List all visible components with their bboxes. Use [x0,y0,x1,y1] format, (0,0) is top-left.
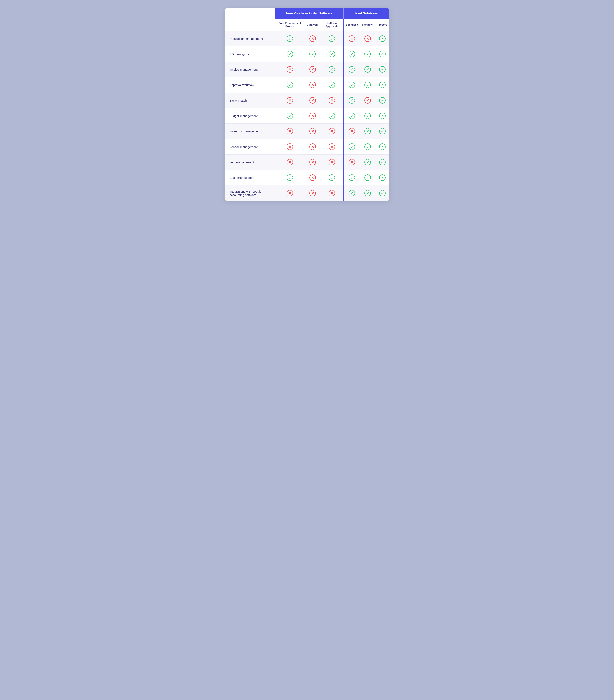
check-icon [329,113,335,119]
col-catalystk: Catalystk [305,19,320,31]
cross-icon [287,97,293,103]
cross-icon [309,35,316,42]
feature-name-cell: Budget management [225,108,275,124]
feature-name-cell: Item management [225,154,275,170]
value-cell [275,62,305,77]
value-cell [344,154,360,170]
value-cell [375,93,389,108]
value-cell [360,93,375,108]
check-icon [379,174,385,181]
value-cell [344,170,360,185]
check-icon [349,51,355,57]
cross-icon [364,35,371,42]
value-cell [320,170,344,185]
cross-icon [309,190,316,197]
value-cell [360,170,375,185]
check-icon [349,66,355,73]
check-icon [349,113,355,119]
check-icon [329,82,335,88]
feature-name-cell: Integrations with popular accounting sof… [225,185,275,201]
table-row: Inventory management [225,124,389,139]
value-cell [375,124,389,139]
check-icon [379,97,385,103]
check-icon [287,51,293,57]
value-cell [275,93,305,108]
value-cell [360,108,375,124]
cross-icon [329,159,335,165]
feature-name-cell: Invoice management [225,62,275,77]
value-cell [305,139,320,154]
value-cell [344,93,360,108]
check-icon [287,82,293,88]
check-icon [364,128,371,135]
value-cell [344,139,360,154]
check-icon [287,174,293,181]
value-cell [275,77,305,93]
feature-name-cell: Customer support [225,170,275,185]
cross-icon [349,35,355,42]
check-icon [309,51,316,57]
check-icon [349,82,355,88]
feature-column-header [225,19,275,31]
cross-icon [309,82,316,88]
col-jotform: Jotform Approvals [320,19,344,31]
cross-icon [287,190,293,197]
check-icon [379,51,385,57]
table-row: Budget management [225,108,389,124]
free-group-header: Free Purchase Order Software [275,8,344,19]
check-icon [329,51,335,57]
table-row: PO management [225,46,389,62]
value-cell [320,139,344,154]
value-cell [360,62,375,77]
cross-icon [309,66,316,73]
check-icon [364,113,371,119]
value-cell [320,108,344,124]
table-row: Invoice management [225,62,389,77]
value-cell [344,46,360,62]
value-cell [344,108,360,124]
col-spendesk: Spendesk [344,19,360,31]
check-icon [364,51,371,57]
feature-name-cell: Requisition management [225,31,275,46]
comparison-table: Free Purchase Order Software Paid Soluti… [225,8,389,201]
check-icon [349,174,355,181]
value-cell [360,46,375,62]
value-cell [344,185,360,201]
check-icon [364,159,371,165]
check-icon [349,190,355,197]
value-cell [320,154,344,170]
value-cell [275,31,305,46]
value-cell [305,108,320,124]
value-cell [344,62,360,77]
value-cell [305,154,320,170]
check-icon [364,190,371,197]
col-precoro: Precoro [375,19,389,31]
table-row: Vendor management [225,139,389,154]
table-row: Customer support [225,170,389,185]
cross-icon [309,174,316,181]
value-cell [305,124,320,139]
cross-icon [309,143,316,150]
value-cell [305,93,320,108]
value-cell [275,170,305,185]
value-cell [320,185,344,201]
check-icon [287,35,293,42]
value-cell [275,185,305,201]
check-icon [364,66,371,73]
check-icon [379,113,385,119]
value-cell [375,62,389,77]
value-cell [275,154,305,170]
col-free-procurement: Free-Procurement Project [275,19,305,31]
check-icon [379,82,385,88]
cross-icon [364,97,371,103]
value-cell [275,139,305,154]
check-icon [364,174,371,181]
check-icon [349,97,355,103]
value-cell [305,185,320,201]
check-icon [379,66,385,73]
value-cell [360,139,375,154]
value-cell [275,124,305,139]
check-icon [379,159,385,165]
value-cell [344,31,360,46]
value-cell [375,170,389,185]
